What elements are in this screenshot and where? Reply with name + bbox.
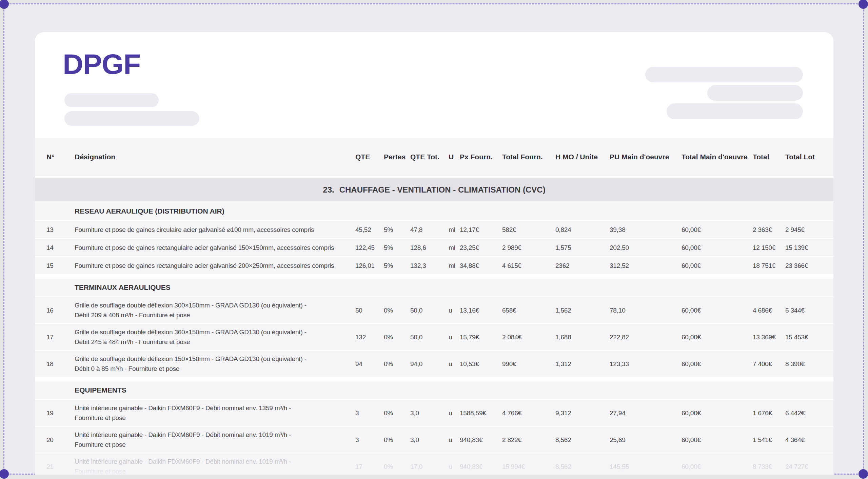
placeholder-bar (707, 85, 803, 101)
cell-u: ml (449, 261, 460, 271)
cell-total: 4 686€ (753, 305, 785, 315)
table-row: 20Unité intérieure gainable - Daikin FDX… (35, 427, 833, 453)
cell-qte-tot: 50,0 (410, 305, 449, 315)
cell-num: 20 (35, 435, 75, 445)
cell-px-fourn: 12,17€ (460, 225, 502, 235)
cell-total-fourn: 2 989€ (502, 243, 555, 253)
cell-total-fourn: 990€ (502, 359, 555, 369)
cell-px-fourn: 1588,59€ (460, 408, 502, 418)
column-header-total-lot: Total Lot (785, 153, 833, 161)
lot-number: 23. (323, 185, 334, 195)
section-header: RESEAU AERAULIQUE (DISTRIBUTION AIR) (35, 202, 833, 220)
cell-total-fourn: 4 766€ (502, 408, 555, 418)
cell-designation: Grille de soufflage double déflexion 150… (75, 354, 355, 374)
cell-px-fourn: 13,16€ (460, 305, 502, 315)
cell-designation: Grille de soufflage double déflexion 360… (75, 327, 355, 347)
cell-u: u (449, 332, 460, 342)
cell-total-mo: 60,00€ (682, 332, 753, 342)
column-header-designation: Désignation (75, 153, 355, 161)
cell-designation: Unité intérieure gainable - Daikin FDXM6… (75, 457, 355, 475)
cell-u: u (449, 462, 460, 472)
cell-pu-mo: 123,33 (610, 359, 682, 369)
selection-handle-bottom-right[interactable] (859, 469, 868, 479)
column-header-unit: U (449, 153, 460, 161)
cell-total-lot: 15 453€ (785, 332, 833, 342)
cell-pertes: 0% (384, 435, 410, 445)
cell-num: 17 (35, 332, 75, 342)
cell-designation: Unité intérieure gainable - Daikin FDXM6… (75, 403, 355, 423)
column-header-total-fourn: Total Fourn. (502, 153, 555, 161)
cell-total: 2 363€ (753, 225, 785, 235)
cell-designation: Unité intérieure gainable - Daikin FDXM6… (75, 430, 355, 450)
cell-u: ml (449, 243, 460, 253)
cell-h-mo: 1,562 (555, 305, 610, 315)
cell-total-mo: 60,00€ (682, 408, 753, 418)
cell-total-fourn: 2 084€ (502, 332, 555, 342)
cell-total: 18 751€ (753, 261, 785, 271)
section-header: TERMINAUX AERAULIQUES (35, 279, 833, 296)
cell-total: 13 369€ (753, 332, 785, 342)
cell-qte: 17 (355, 462, 384, 472)
selection-handle-top-right[interactable] (859, 0, 868, 9)
cell-num: 16 (35, 305, 75, 315)
cell-h-mo: 1,688 (555, 332, 610, 342)
cell-u: u (449, 305, 460, 315)
document-header: DPGF (35, 32, 833, 138)
table-row: 13Fourniture et pose de gaines circulair… (35, 221, 833, 238)
cell-total-mo: 60,00€ (682, 462, 753, 472)
cell-total-mo: 60,00€ (682, 305, 753, 315)
column-header-pu-mo: PU Main d'oeuvre (610, 153, 682, 161)
cell-u: u (449, 408, 460, 418)
cell-total: 1 541€ (753, 435, 785, 445)
selection-handle-bottom-left[interactable] (0, 469, 9, 479)
cell-qte-tot: 50,0 (410, 332, 449, 342)
cell-total-lot: 24 727€ (785, 462, 833, 472)
column-header-qte: QTE (355, 153, 384, 161)
cell-h-mo: 9,312 (555, 408, 610, 418)
cell-h-mo: 0,824 (555, 225, 610, 235)
lot-section-band: 23. CHAUFFAGE - VENTILATION - CLIMATISAT… (35, 178, 833, 201)
cell-total-mo: 60,00€ (682, 435, 753, 445)
cell-num: 21 (35, 462, 75, 472)
cell-qte-tot: 132,3 (410, 261, 449, 271)
table-body: RESEAU AERAULIQUE (DISTRIBUTION AIR)13Fo… (35, 202, 833, 475)
cell-qte-tot: 3,0 (410, 408, 449, 418)
cell-num: 18 (35, 359, 75, 369)
table-row: 19Unité intérieure gainable - Daikin FDX… (35, 400, 833, 426)
cell-pertes: 0% (384, 305, 410, 315)
cell-total-mo: 60,00€ (682, 225, 753, 235)
cell-total-mo: 60,00€ (682, 261, 753, 271)
column-header-total-mo: Total Main d'oeuvre (682, 153, 753, 161)
column-header-pertes: Pertes (384, 153, 410, 161)
cell-qte: 126,01 (355, 261, 384, 271)
dpgf-document-card: DPGF N° Désignation QTE Pertes QTE Tot. … (35, 32, 833, 475)
cell-total-lot: 4 364€ (785, 435, 833, 445)
column-header-num: N° (35, 153, 75, 161)
placeholder-bar (645, 67, 803, 82)
table-row: 15Fourniture et pose de gaines rectangul… (35, 257, 833, 274)
cell-total-lot: 2 945€ (785, 225, 833, 235)
cell-designation: Grille de soufflage double déflexion 300… (75, 300, 355, 320)
cell-qte: 122,45 (355, 243, 384, 253)
cell-total-lot: 8 390€ (785, 359, 833, 369)
cell-num: 13 (35, 225, 75, 235)
cell-h-mo: 1,575 (555, 243, 610, 253)
cell-pertes: 5% (384, 225, 410, 235)
placeholder-bar (64, 93, 159, 107)
selection-handle-top-left[interactable] (0, 0, 9, 9)
column-header-px-fourn: Px Fourn. (460, 153, 502, 161)
cell-designation: Fourniture et pose de gaines circulaire … (75, 225, 355, 235)
cell-qte-tot: 94,0 (410, 359, 449, 369)
table-row: 17Grille de soufflage double déflexion 3… (35, 324, 833, 350)
cell-qte: 94 (355, 359, 384, 369)
cell-total: 1 676€ (753, 408, 785, 418)
cell-qte-tot: 47,8 (410, 225, 449, 235)
cell-qte-tot: 3,0 (410, 435, 449, 445)
cell-total-lot: 6 442€ (785, 408, 833, 418)
placeholder-bar (667, 103, 803, 119)
cell-u: ml (449, 225, 460, 235)
cell-total: 8 733€ (753, 462, 785, 472)
cell-u: u (449, 359, 460, 369)
table-row: 18Grille de soufflage double déflexion 1… (35, 351, 833, 377)
cell-pu-mo: 145,55 (610, 462, 682, 472)
